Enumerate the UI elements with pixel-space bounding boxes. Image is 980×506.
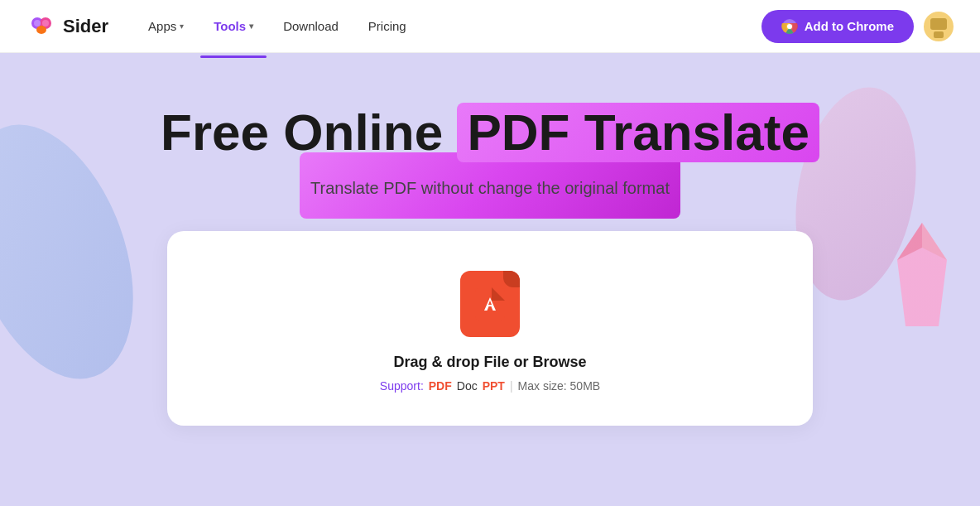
svg-point-5 [42, 20, 49, 27]
nav-links: Apps ▾ Tools ▾ Download Pricing [135, 12, 761, 40]
nav-label-tools: Tools [214, 19, 246, 33]
svg-rect-10 [930, 18, 947, 30]
max-size-label: Max size: 50MB [518, 379, 601, 393]
svg-rect-12 [475, 287, 505, 320]
hero-title-highlight: PDF Translate [457, 103, 819, 162]
logo-text: Sider [63, 16, 108, 37]
chevron-down-icon-tools: ▾ [249, 22, 253, 31]
upload-box[interactable]: Drag & drop File or Browse Support: PDF … [167, 231, 813, 426]
add-to-chrome-label: Add to Chrome [805, 19, 894, 33]
nav-label-apps: Apps [148, 19, 176, 33]
logo[interactable]: Sider [26, 12, 108, 41]
support-type-doc: Doc [457, 379, 478, 393]
nav-label-pricing: Pricing [368, 19, 406, 33]
support-label: Support: [380, 379, 424, 393]
navbar: Sider Apps ▾ Tools ▾ Download Pricing [0, 0, 980, 53]
upload-support: Support: PDF Doc PPT | Max size: 50MB [380, 379, 600, 393]
support-type-ppt: PPT [483, 379, 505, 393]
pdf-icon-container [460, 271, 520, 337]
add-to-chrome-button[interactable]: Add to Chrome [761, 10, 914, 43]
support-type-pdf: PDF [429, 379, 452, 393]
upload-drag-text: Drag & drop File or Browse [393, 354, 586, 371]
nav-item-pricing[interactable]: Pricing [355, 12, 420, 40]
logo-icon [26, 12, 56, 41]
deco-oval-left [0, 102, 165, 402]
pdf-acrobat-icon [473, 286, 507, 322]
support-divider: | [510, 379, 513, 393]
nav-item-tools[interactable]: Tools ▾ [200, 12, 267, 40]
user-avatar[interactable] [924, 12, 954, 41]
nav-label-download: Download [283, 19, 339, 33]
svg-rect-11 [934, 31, 944, 38]
hero-title-part1: Free Online [161, 104, 457, 161]
svg-point-3 [36, 26, 46, 34]
chevron-down-icon: ▾ [180, 22, 184, 31]
chrome-icon [781, 18, 798, 35]
hero-section: Free Online PDF Translate Translate PDF … [0, 53, 980, 506]
hero-subtitle: Translate PDF without change the origina… [310, 179, 670, 198]
nav-right: Add to Chrome [761, 10, 954, 43]
hero-title: Free Online PDF Translate [161, 103, 819, 162]
nav-item-download[interactable]: Download [270, 12, 352, 40]
svg-point-4 [34, 20, 41, 27]
svg-point-8 [787, 24, 792, 29]
nav-item-apps[interactable]: Apps ▾ [135, 12, 197, 40]
deco-crystal-right [889, 219, 955, 335]
